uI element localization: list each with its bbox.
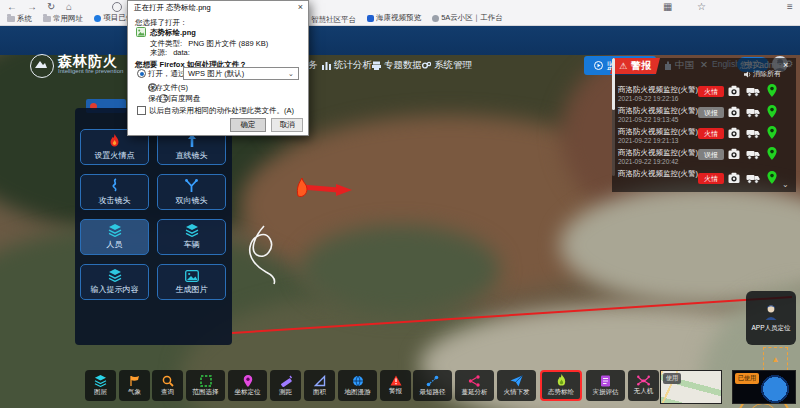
toolbar-label: 范围选择 bbox=[193, 388, 219, 397]
open-with-dropdown[interactable]: WPS 图片 (默认) ⌄ bbox=[183, 67, 299, 80]
toolbar-damage-assessment[interactable]: 灾损评估 bbox=[586, 370, 625, 401]
warning-icon: ⚠ bbox=[619, 61, 627, 71]
radio-save-netdisk-label[interactable]: 保存到百度网盘 bbox=[148, 94, 201, 104]
toolbar-spread-analysis[interactable]: 蔓延分析 bbox=[455, 370, 494, 401]
location-pin-icon[interactable] bbox=[767, 84, 777, 97]
radio-save-file-label[interactable]: 保存文件(S) bbox=[148, 83, 188, 93]
location-pin-icon[interactable] bbox=[767, 105, 777, 118]
dialog-title: 正在打开 态势标绘.png bbox=[134, 3, 211, 13]
checkbox-remember-label[interactable]: 以后自动采用相同的动作处理此类文件。(A) bbox=[149, 106, 294, 116]
source-label: 来源: bbox=[150, 48, 167, 57]
toolbar-measure-area[interactable]: 面积 bbox=[304, 370, 335, 401]
basemap-street-thumbnail[interactable]: 使用 bbox=[660, 370, 722, 404]
alarm-row-title[interactable]: 商洛防火视频监控(火警) bbox=[618, 85, 698, 95]
fire-badge[interactable]: 火情 bbox=[698, 173, 724, 184]
radio-open-with[interactable] bbox=[137, 69, 146, 78]
toolbar-alarm[interactable]: 警报 bbox=[380, 370, 411, 401]
tool-vehicle[interactable]: 车辆 bbox=[157, 219, 226, 255]
menu-statistics[interactable]: 统计分析 bbox=[322, 59, 372, 72]
back-icon[interactable]: ← bbox=[7, 1, 17, 13]
fire-badge[interactable]: 火情 bbox=[698, 128, 724, 139]
police-officer-icon bbox=[763, 303, 779, 321]
fire-truck-icon[interactable] bbox=[746, 128, 760, 139]
bookmark-community-platform[interactable]: 智慧社区平台 bbox=[311, 15, 356, 25]
location-pin-icon[interactable] bbox=[767, 126, 777, 139]
location-pin-icon[interactable] bbox=[767, 147, 777, 160]
map-fire-icon[interactable] bbox=[297, 178, 307, 197]
toolbar-label: 图层 bbox=[94, 388, 107, 397]
reload-icon[interactable]: ↻ bbox=[47, 1, 55, 13]
fire-truck-icon[interactable] bbox=[746, 107, 760, 118]
flame-plot-icon bbox=[555, 374, 568, 387]
menu-thematic-data[interactable]: 专题数据 bbox=[372, 59, 422, 72]
red-plot-line[interactable] bbox=[232, 297, 792, 333]
tool-generate-image[interactable]: 生成图片 bbox=[157, 264, 226, 300]
toolbar-situation-plot[interactable]: 态势标绘 bbox=[540, 370, 582, 401]
toolbar-measure-distance[interactable]: 测距 bbox=[270, 370, 301, 401]
basemap-globe-thumbnail[interactable]: 已使用 bbox=[732, 370, 796, 404]
menu-icon[interactable]: ≡ bbox=[787, 1, 793, 13]
fire-truck-icon[interactable] bbox=[746, 149, 760, 160]
toolbar-fire-dispatch[interactable]: 火情下发 bbox=[497, 370, 536, 401]
false-alarm-badge[interactable]: 误报 bbox=[698, 107, 724, 118]
toolbar-weather[interactable]: 气象 bbox=[119, 370, 150, 401]
tool-attack-lens[interactable]: 攻击镜头 bbox=[80, 174, 149, 210]
search-icon[interactable] bbox=[112, 2, 122, 12]
app-locate-widget[interactable]: APP人员定位 bbox=[746, 291, 796, 345]
bookmark-5a-workbench[interactable]: 5A云小区｜工作台 bbox=[432, 13, 503, 23]
dialog-close-icon[interactable]: × bbox=[298, 2, 303, 12]
ok-button[interactable]: 确定 bbox=[230, 118, 266, 132]
layers-icon bbox=[108, 269, 122, 282]
bookmark-star-icon[interactable]: ☆ bbox=[697, 1, 706, 13]
alarm-row-title[interactable]: 商洛防火视频监控(火警) bbox=[618, 127, 698, 137]
menu-system-management[interactable]: 系统管理 bbox=[422, 59, 472, 72]
alarm-row-time: 2021-09-22 19:13:45 bbox=[618, 116, 678, 123]
apps-grid-icon[interactable]: ▦ bbox=[663, 1, 672, 13]
toolbar-shortest-path[interactable]: 最短路径 bbox=[413, 370, 452, 401]
camera-icon[interactable] bbox=[728, 106, 740, 118]
toolbar-search[interactable]: 查询 bbox=[152, 370, 183, 401]
clear-all-button[interactable]: 消除所有 bbox=[744, 69, 781, 79]
alarm-close-icon[interactable]: × bbox=[783, 60, 788, 70]
cancel-button[interactable]: 取消 bbox=[271, 118, 303, 132]
up-arrow-icon[interactable]: ▲ bbox=[772, 355, 780, 364]
bookmark-folder-common[interactable]: 常用网址 bbox=[43, 14, 83, 24]
basemap-globe-tag: 已使用 bbox=[735, 373, 759, 384]
checkbox-remember-action[interactable] bbox=[137, 106, 146, 115]
home-icon[interactable]: ⌂ bbox=[66, 1, 72, 13]
forward-icon[interactable]: → bbox=[27, 1, 37, 13]
fire-badge[interactable]: 火情 bbox=[698, 86, 724, 97]
tool-personnel[interactable]: 人员 bbox=[80, 219, 149, 255]
toolbar-range-select[interactable]: 范围选择 bbox=[186, 370, 225, 401]
scroll-down-chevron-icon[interactable]: ⌄ bbox=[782, 180, 789, 189]
camera-icon[interactable] bbox=[728, 148, 740, 160]
toolbar-map-roam[interactable]: 地图漫游 bbox=[338, 370, 377, 401]
location-pin-icon[interactable] bbox=[767, 171, 777, 184]
bookmark-hik-preview[interactable]: 海康视频预览 bbox=[367, 13, 421, 23]
plot-tool-panel: 设置火情点 直线镜头 攻击镜头 双向镜头 人员 车辆 输入提示内容 生成图片 bbox=[75, 108, 232, 345]
alarm-row-title[interactable]: 商洛防火视频监控(火警) bbox=[618, 169, 698, 179]
camera-icon[interactable] bbox=[728, 85, 740, 97]
ruler-icon bbox=[280, 375, 292, 387]
tool-bidirectional-lens[interactable]: 双向镜头 bbox=[157, 174, 226, 210]
bookmark-label: 5A云小区｜工作台 bbox=[441, 13, 503, 23]
alarm-row-title[interactable]: 商洛防火视频监控(火警) bbox=[618, 148, 698, 158]
bookmark-folder-system[interactable]: 系统 bbox=[7, 14, 32, 24]
tool-label: 生成图片 bbox=[176, 284, 208, 295]
camera-icon[interactable] bbox=[728, 127, 740, 139]
menu-label: 专题数据 bbox=[384, 59, 422, 72]
toolbar-layers[interactable]: 图层 bbox=[85, 370, 116, 401]
tool-label: 攻击镜头 bbox=[99, 195, 131, 206]
false-alarm-badge[interactable]: 误报 bbox=[698, 149, 724, 160]
fire-truck-icon[interactable] bbox=[746, 86, 760, 97]
alarm-scrollbar[interactable] bbox=[612, 74, 615, 176]
toolbar-coordinate-locate[interactable]: 坐标定位 bbox=[228, 370, 267, 401]
scrollbar-thumb[interactable] bbox=[612, 58, 615, 110]
toolbar-drone[interactable]: 无人机 bbox=[628, 370, 659, 401]
tool-input-prompt[interactable]: 输入提示内容 bbox=[80, 264, 149, 300]
camera-icon[interactable] bbox=[728, 172, 740, 184]
fire-truck-icon[interactable] bbox=[746, 173, 760, 184]
menu-fragment[interactable]: 务 bbox=[308, 59, 318, 72]
alarm-row-title[interactable]: 商洛防火视频监控(火警) bbox=[618, 106, 698, 116]
white-sketch[interactable] bbox=[250, 226, 275, 284]
